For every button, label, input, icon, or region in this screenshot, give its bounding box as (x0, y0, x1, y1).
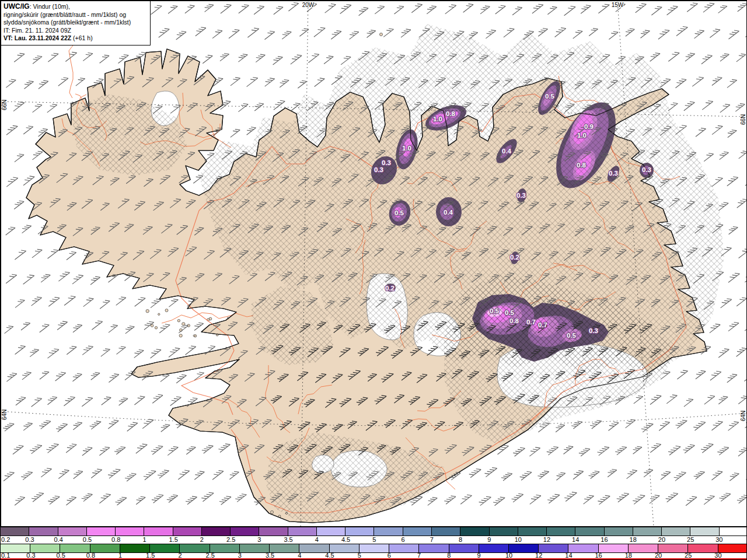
scale-cell-16 (598, 544, 628, 552)
scale-tick-label: 16 (601, 536, 608, 544)
scale-tick-label: 5 (358, 553, 361, 558)
scale-cell-2 (201, 527, 230, 536)
scale-cell-2.5 (210, 544, 239, 552)
scale-tick-label: 0.8 (111, 536, 120, 544)
scale-tick-label: 20 (655, 553, 662, 558)
scale-tick-label: 14 (572, 536, 579, 544)
svg-text:0.9: 0.9 (584, 123, 594, 130)
scale-tick-label: 25 (685, 553, 692, 558)
scale-cell-30 (718, 544, 747, 552)
scale-tick-label: 5 (372, 536, 376, 544)
scale-cell-10 (508, 544, 538, 552)
scale-tick-label: 2.5 (226, 536, 235, 544)
scale-tick-label: 9 (487, 536, 491, 544)
scale-cell-4.5 (329, 544, 359, 552)
svg-text:0.7: 0.7 (538, 321, 547, 328)
model-line: UWC/IG: Vindur (10m), (4, 3, 147, 11)
scale-cell-12 (538, 544, 568, 552)
scale-cell-18 (628, 544, 658, 552)
svg-text:0.2: 0.2 (510, 254, 519, 261)
scale-tick-label: 9 (477, 553, 480, 558)
scale-cell-3.5 (288, 527, 316, 536)
scale-tick-label: 1 (118, 553, 122, 558)
svg-text:0.8: 0.8 (446, 110, 456, 117)
scale-cell-2.5 (230, 527, 259, 536)
parallel-label-66n-left: 66N (1, 100, 8, 110)
scale-tick-label: 0.8 (86, 553, 95, 558)
rain-legend-line: rigning/skúrir (grænt/blátt/rautt - mm/1… (4, 11, 147, 19)
svg-text:0.4: 0.4 (444, 209, 453, 216)
scale-tick-label: 20 (658, 536, 665, 544)
meridian-label-20w: 20W (302, 2, 315, 8)
parallel-label-64n-left: 64N (1, 410, 8, 420)
svg-text:0.4: 0.4 (502, 148, 512, 155)
scale-tick-label: 10 (515, 536, 522, 544)
svg-text:0.3: 0.3 (374, 166, 383, 173)
scale-cell-16 (604, 527, 633, 536)
scale-tick-label: 12 (543, 536, 550, 544)
scale-cell-0.8 (90, 544, 120, 552)
init-time-line: IT: Fim. 21. 11. 2024 09Z (4, 27, 147, 35)
scale-cell-9 (479, 544, 508, 552)
svg-text:0.3: 0.3 (589, 327, 598, 334)
scale-tick-label: 0.1 (1, 553, 10, 558)
forecast-info-box: UWC/IG: Vindur (10m), rigning/skúrir (gr… (1, 1, 151, 46)
svg-text:0.2: 0.2 (385, 285, 395, 292)
scale-tick-label: 14 (565, 553, 572, 558)
svg-text:0.5: 0.5 (545, 93, 555, 100)
scale-tick-label: 0.3 (26, 553, 35, 558)
svg-text:0.8: 0.8 (509, 317, 519, 324)
scale-tick-label: 0.5 (57, 553, 65, 558)
scale-cell-9 (489, 527, 518, 536)
scale-cell-0.5 (60, 544, 89, 552)
precip-scale-bottom-labels: 0.10.30.50.811.522.533.544.5567891012141… (1, 553, 747, 558)
scale-cell-0.2 (1, 527, 29, 536)
scale-cell-3 (239, 544, 269, 552)
svg-text:1.0: 1.0 (402, 145, 411, 152)
svg-text:0.5: 0.5 (567, 332, 577, 339)
scale-tick-label: 7 (417, 553, 421, 558)
scale-tick-label: 6 (388, 553, 391, 558)
scale-cell-6 (389, 544, 418, 552)
scale-tick-label: 12 (535, 553, 542, 558)
scale-cell-8 (460, 527, 488, 536)
svg-text:1.0: 1.0 (433, 116, 442, 123)
scale-cell-10 (518, 527, 546, 536)
scale-cell-2 (179, 544, 209, 552)
sleet-legend-line: slydda/snjókoma (grátt/bleikt/grænt - mm… (4, 19, 147, 27)
scale-cell-0.4 (58, 527, 86, 536)
scale-tick-label: 1 (142, 536, 146, 544)
svg-text:0.5: 0.5 (505, 309, 515, 316)
scale-tick-label: 0.5 (83, 536, 92, 544)
scale-cell-18 (633, 527, 661, 536)
scale-tick-label: 25 (687, 536, 694, 544)
scale-cell-1.5 (173, 527, 201, 536)
scale-cell-0.5 (86, 527, 115, 536)
precip-scale-top-labels: 0.20.30.40.50.811.522.533.544.5567891012… (1, 536, 747, 544)
svg-text:0.3: 0.3 (382, 159, 391, 166)
precip-scale-bottom (1, 544, 747, 553)
scale-cell-0.3 (29, 527, 57, 536)
valid-time-line: VT: Lau. 23.11.2024 22Z (+61 h) (4, 34, 147, 43)
svg-text:0.3: 0.3 (609, 170, 618, 177)
scale-cell-0.3 (30, 544, 60, 552)
svg-text:0.3: 0.3 (516, 192, 526, 199)
svg-text:0.3: 0.3 (642, 166, 651, 173)
scale-tick-label: 1.5 (169, 536, 177, 544)
scale-cell-8 (449, 544, 479, 552)
scale-cell-5 (359, 544, 389, 552)
scale-tick-label: 4 (298, 553, 301, 558)
scale-tick-label: 3.5 (284, 536, 292, 544)
svg-text:0.5: 0.5 (490, 307, 500, 314)
scale-tick-label: 18 (625, 553, 632, 558)
scale-tick-label: 7 (430, 536, 434, 544)
scale-cell-1 (120, 544, 149, 552)
scale-cell-12 (546, 527, 575, 536)
scale-tick-label: 4 (315, 536, 319, 544)
precip-scale-top (1, 527, 747, 536)
iceland-weather-map: 1.00.80.50.91.00.80.40.30.31.00.30.30.30… (1, 1, 747, 527)
scale-tick-label: 4.5 (341, 536, 350, 544)
scale-cell-30 (719, 527, 747, 536)
scale-tick-label: 8 (447, 553, 451, 558)
svg-text:0.5: 0.5 (395, 209, 404, 216)
